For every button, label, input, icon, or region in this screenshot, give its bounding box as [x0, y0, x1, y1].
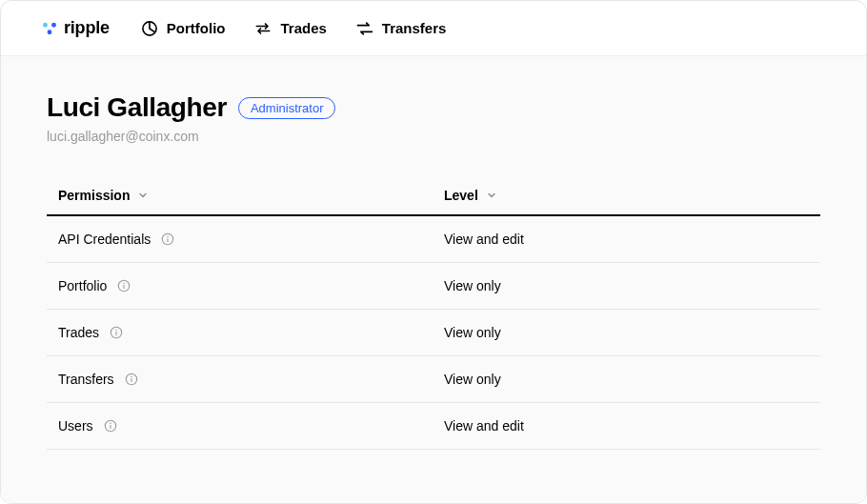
info-icon[interactable] — [109, 325, 124, 340]
level-cell: View only — [444, 372, 820, 387]
table-row: PortfolioView only — [47, 263, 820, 310]
level-cell: View and edit — [444, 232, 820, 247]
main-nav: Portfolio Trades Trans — [140, 19, 447, 38]
table-row: TransfersView only — [47, 356, 820, 403]
permission-name: Trades — [58, 325, 99, 340]
svg-point-8 — [124, 283, 125, 284]
svg-point-14 — [131, 376, 131, 377]
level-cell: View and edit — [444, 418, 820, 433]
trades-icon — [253, 19, 272, 38]
table-row: API CredentialsView and edit — [47, 216, 820, 263]
svg-point-5 — [168, 236, 169, 237]
permission-cell: Transfers — [58, 372, 444, 387]
table-header-row: Permission Level — [47, 176, 820, 216]
title-row: Luci Gallagher Administrator — [47, 92, 820, 123]
nav-item-transfers[interactable]: Transfers — [355, 19, 447, 38]
svg-rect-9 — [124, 285, 125, 289]
svg-rect-18 — [110, 425, 111, 429]
svg-point-11 — [115, 330, 116, 331]
svg-point-17 — [110, 423, 111, 424]
page-title: Luci Gallagher — [47, 92, 227, 123]
svg-point-2 — [48, 30, 52, 34]
table-row: UsersView and edit — [47, 403, 820, 450]
permissions-table: Permission Level API CredentialsView and… — [47, 176, 820, 450]
topbar: ripple Portfolio Tr — [1, 1, 866, 56]
nav-label: Portfolio — [167, 20, 226, 36]
app-frame: ripple Portfolio Tr — [0, 0, 867, 504]
permission-name: Transfers — [58, 372, 114, 387]
info-icon[interactable] — [116, 278, 131, 293]
brand-name: ripple — [64, 18, 110, 38]
column-header-level[interactable]: Level — [444, 188, 820, 203]
info-icon[interactable] — [103, 418, 118, 433]
nav-item-trades[interactable]: Trades — [253, 19, 326, 38]
ripple-logo-icon — [41, 20, 58, 37]
svg-point-1 — [51, 22, 56, 27]
permission-cell: Trades — [58, 325, 444, 340]
portfolio-icon — [140, 19, 159, 38]
table-body: API CredentialsView and editPortfolioVie… — [47, 216, 820, 450]
role-badge: Administrator — [238, 97, 336, 119]
permission-name: API Credentials — [58, 232, 151, 247]
table-row: TradesView only — [47, 310, 820, 356]
svg-rect-6 — [168, 238, 169, 242]
column-header-label: Permission — [58, 188, 130, 203]
brand[interactable]: ripple — [41, 18, 110, 38]
nav-label: Transfers — [382, 20, 447, 36]
column-header-permission[interactable]: Permission — [58, 188, 444, 203]
level-cell: View only — [444, 278, 820, 293]
user-email: luci.gallagher@coinx.com — [47, 129, 820, 144]
permission-cell: API Credentials — [58, 232, 444, 247]
permission-name: Portfolio — [58, 278, 107, 293]
column-header-label: Level — [444, 188, 478, 203]
info-icon[interactable] — [160, 232, 175, 247]
permission-cell: Portfolio — [58, 278, 444, 293]
content: Luci Gallagher Administrator luci.gallag… — [1, 56, 866, 503]
chevron-down-icon — [137, 190, 149, 201]
svg-point-0 — [43, 22, 48, 27]
level-cell: View only — [444, 325, 820, 340]
transfers-icon — [355, 19, 374, 38]
chevron-down-icon — [486, 190, 497, 201]
nav-label: Trades — [280, 20, 326, 36]
nav-item-portfolio[interactable]: Portfolio — [140, 19, 226, 38]
svg-rect-15 — [131, 378, 131, 382]
svg-rect-12 — [116, 332, 117, 335]
info-icon[interactable] — [124, 372, 139, 387]
permission-cell: Users — [58, 418, 444, 433]
permission-name: Users — [58, 418, 93, 433]
